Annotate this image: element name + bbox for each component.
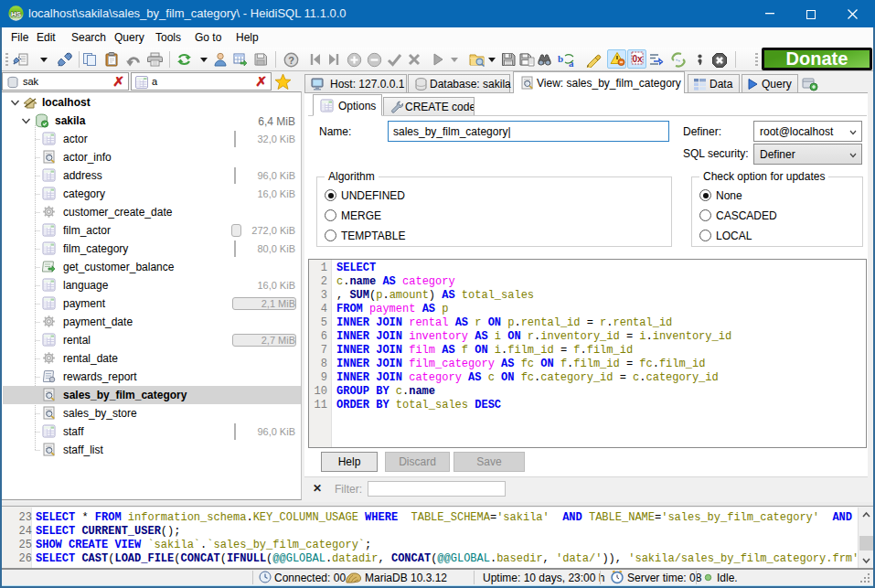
svg-text:HS: HS <box>11 10 22 18</box>
svg-text:?: ? <box>288 55 294 66</box>
svg-text:0x: 0x <box>632 54 643 64</box>
svg-text:b: b <box>558 53 563 64</box>
